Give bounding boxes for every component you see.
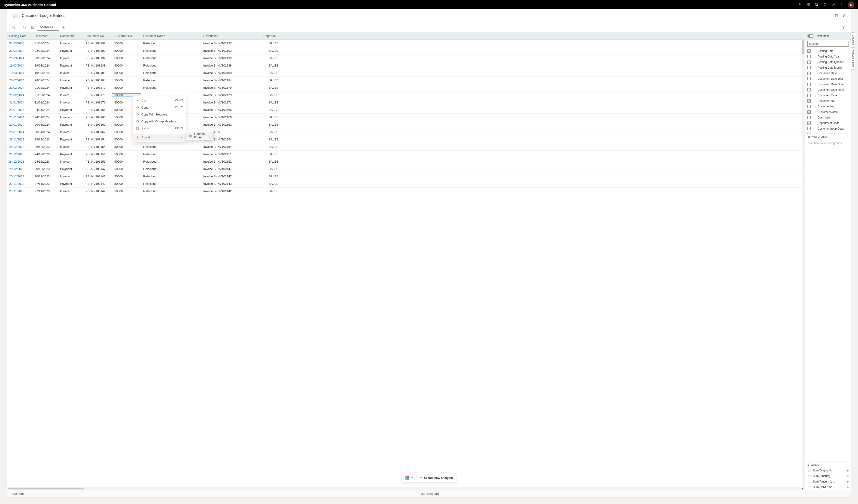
cell[interactable]: Invoice S-INV102192 <box>201 56 261 60</box>
cell[interactable]: 24/12/2023 <box>32 160 58 163</box>
value-item[interactable]: ⋮⋮Sum(Debit Amo…⊗ <box>805 484 851 490</box>
cell[interactable]: 27/11/2023 <box>7 182 32 185</box>
checkbox[interactable] <box>807 88 811 92</box>
share-button[interactable] <box>10 23 20 31</box>
table-row[interactable]: 24/12/202324/12/2023InvoicePS-INV1031515… <box>7 158 805 165</box>
cell[interactable]: Invoice <box>58 160 83 163</box>
filter-button[interactable] <box>840 23 847 31</box>
cell[interactable]: 28/02/2024 <box>7 79 32 82</box>
remove-value-button[interactable]: ⊗ <box>846 469 849 472</box>
cell[interactable]: 28/02/2024 <box>32 79 58 82</box>
cell[interactable]: PS-INV103142 <box>83 190 112 193</box>
field-item[interactable]: ⋮⋮Description <box>805 115 851 120</box>
cell[interactable]: Invoice <box>58 175 83 178</box>
search-button[interactable] <box>21 23 28 31</box>
table-row[interactable]: 28/02/202428/02/2024InvoicePS-INV1031845… <box>7 77 805 84</box>
add-tab-button[interactable] <box>60 23 67 31</box>
cell[interactable]: PS-INV103192 <box>83 56 112 60</box>
ctx-copy[interactable]: ⧉Copy Ctrl+C <box>133 104 186 111</box>
drag-handle-icon[interactable]: ⋮⋮ <box>812 100 816 102</box>
table-row[interactable]: 19/03/202419/03/2024PaymentPS-INV1031885… <box>7 62 805 69</box>
cell[interactable]: 19/03/2024 <box>7 71 32 75</box>
row-groups-drop-zone[interactable]: Drag here to set row groups <box>805 140 851 151</box>
cell[interactable]: 50000 <box>112 64 141 67</box>
cell[interactable]: SALES <box>261 56 281 60</box>
drag-handle-icon[interactable]: ⋮⋮ <box>807 486 812 489</box>
cell[interactable]: Invoice S-INV102154 <box>201 145 261 148</box>
checkbox[interactable] <box>807 116 811 119</box>
cell[interactable]: PS-INV103142 <box>83 182 112 185</box>
cell[interactable]: Payment <box>58 138 83 141</box>
cell[interactable]: 24/12/2023 <box>7 152 32 156</box>
drag-handle-icon[interactable]: ⋮⋮ <box>812 50 816 52</box>
scroll-left-arrow[interactable]: ◄ <box>7 487 10 490</box>
copilot-icon[interactable] <box>806 2 810 7</box>
cell[interactable]: 19/03/2024 <box>32 64 58 67</box>
cell[interactable]: SALES <box>261 115 281 119</box>
cell[interactable]: 50000 <box>112 152 141 156</box>
cell[interactable]: 24/12/2023 <box>32 152 58 156</box>
cell[interactable]: 23/03/2024 <box>32 49 58 52</box>
cell[interactable]: Relecloud <box>141 71 201 75</box>
cell[interactable]: Invoice S-INV102197 <box>201 42 261 45</box>
cell[interactable]: Payment <box>58 152 83 156</box>
drag-handle-icon[interactable]: ⋮⋮ <box>812 128 816 130</box>
cell[interactable]: 50000 <box>112 190 141 193</box>
drag-handle-icon[interactable]: ⋮⋮ <box>807 481 812 483</box>
back-button[interactable] <box>12 13 18 19</box>
checkbox[interactable] <box>807 105 811 108</box>
col-header-document-no[interactable]: Document No. <box>83 34 112 38</box>
value-item[interactable]: ⋮⋮Sum(Amount (L…⊗ <box>805 479 851 484</box>
checkbox[interactable] <box>807 110 811 114</box>
field-item[interactable]: ⋮⋮Document Date Quar… <box>805 82 851 87</box>
table-row[interactable]: 28/12/202328/12/2023PaymentPS-INV1031545… <box>7 136 805 143</box>
cell[interactable]: SALES <box>261 130 281 134</box>
table-row[interactable]: 20/01/202420/01/2024PaymentPS-INV1031625… <box>7 121 805 128</box>
table-row[interactable]: 21/02/202421/02/2024PaymentPS-INV1031795… <box>7 84 805 92</box>
field-item[interactable]: ⋮⋮Posting Date Year <box>805 54 851 59</box>
table-row[interactable]: 24/12/202324/12/2023PaymentPS-INV1031515… <box>7 151 805 158</box>
cell[interactable]: PS-INV103166 <box>83 108 112 112</box>
field-item[interactable]: ⋮⋮Customer No. <box>805 104 851 109</box>
cell[interactable]: 19/03/2024 <box>7 64 32 67</box>
remove-value-button[interactable]: ⊗ <box>846 486 849 489</box>
cell[interactable]: Payment <box>58 64 83 67</box>
cell[interactable]: SALES <box>261 71 281 75</box>
table-row[interactable]: 24/01/202424/01/2024InvoicePS-INV1031665… <box>7 114 805 121</box>
checkbox[interactable] <box>807 121 811 125</box>
cell[interactable]: SALES <box>261 190 281 193</box>
cell[interactable]: 50000 <box>112 160 141 163</box>
cell[interactable]: PS-INV103188 <box>83 71 112 75</box>
drag-handle-icon[interactable]: ⋮⋮ <box>812 116 816 119</box>
cell[interactable]: 28/12/2023 <box>32 145 58 148</box>
table-row[interactable]: 27/11/202327/11/2023InvoicePS-INV1031425… <box>7 188 805 195</box>
scroll-right-arrow[interactable]: ► <box>801 487 805 490</box>
cell[interactable]: Invoice <box>58 42 83 45</box>
cell[interactable]: PS-INV103171 <box>83 101 112 104</box>
drag-handle-icon[interactable]: ⋮⋮ <box>812 89 816 91</box>
value-item[interactable]: ⋮⋮Sum(Original A…⊗ <box>805 468 851 473</box>
cell[interactable]: 31/01/2024 <box>32 101 58 104</box>
field-item[interactable]: ⋮⋮Posting Date <box>805 48 851 54</box>
cell[interactable]: 27/11/2023 <box>32 182 58 185</box>
checkbox[interactable] <box>807 127 811 130</box>
checkbox[interactable] <box>807 77 811 80</box>
field-item[interactable]: ⋮⋮Customer Name <box>805 109 851 115</box>
cell[interactable]: Invoice S-INV102188 <box>201 64 261 67</box>
cell[interactable]: Payment <box>58 123 83 126</box>
drag-handle-icon[interactable]: ⋮⋮ <box>812 122 816 125</box>
drag-handle-icon[interactable]: ⋮⋮ <box>812 78 816 80</box>
analysis-tab[interactable]: Analysis 1 <box>37 23 59 31</box>
cell[interactable]: PS-INV103147 <box>83 167 112 171</box>
field-item[interactable]: ⋮⋮Document Date Month <box>805 87 851 93</box>
cell[interactable]: PS-INV103184 <box>83 79 112 82</box>
cell[interactable]: 27/11/2023 <box>32 190 58 193</box>
cell[interactable]: Relecloud <box>141 182 201 185</box>
cell[interactable]: SALES <box>261 64 281 67</box>
cell[interactable]: Invoice S-INV102151 <box>201 160 261 163</box>
cell[interactable]: PS-INV103197 <box>83 42 112 45</box>
vertical-scrollbar[interactable] <box>801 40 805 487</box>
cell[interactable]: Invoice S-INV102142 <box>201 182 261 185</box>
cell[interactable]: 23/03/2024 <box>7 49 32 52</box>
cell[interactable]: Relecloud <box>141 56 201 60</box>
